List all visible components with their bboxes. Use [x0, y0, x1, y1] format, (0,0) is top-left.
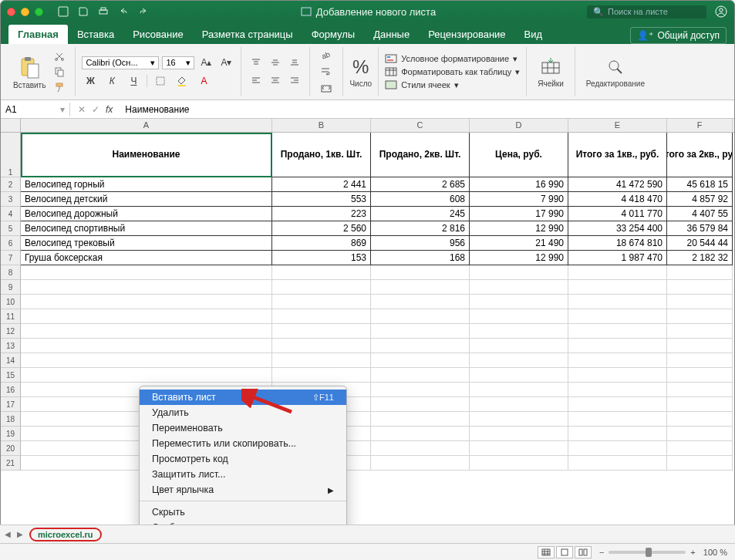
font-color-button[interactable]: A: [195, 74, 212, 88]
row-header[interactable]: 7: [1, 251, 21, 265]
view-page-layout-button[interactable]: [556, 546, 573, 558]
cell[interactable]: [21, 368, 272, 383]
align-bottom-button[interactable]: [286, 56, 303, 69]
user-menu[interactable]: [714, 5, 728, 19]
cell[interactable]: Цена, руб.: [470, 133, 568, 177]
cell[interactable]: [470, 412, 568, 427]
cell[interactable]: [470, 397, 568, 412]
cell[interactable]: [667, 353, 733, 368]
underline-button[interactable]: Ч: [125, 74, 142, 88]
cell[interactable]: [568, 383, 667, 397]
cell[interactable]: 869: [272, 236, 371, 251]
cell[interactable]: 608: [371, 192, 470, 207]
format-painter-button[interactable]: [52, 81, 67, 93]
cell[interactable]: [371, 265, 470, 280]
confirm-icon[interactable]: ✓: [92, 104, 99, 115]
tab-layout[interactable]: Разметка страницы: [193, 25, 302, 44]
tab-draw[interactable]: Рисование: [123, 25, 192, 44]
borders-button[interactable]: [152, 74, 169, 88]
cell[interactable]: 223: [272, 207, 371, 221]
cell[interactable]: 1 987 470: [568, 251, 667, 265]
cell[interactable]: [568, 368, 667, 383]
cell[interactable]: [470, 265, 568, 280]
cell[interactable]: Велосипед горный: [21, 177, 272, 192]
tab-view[interactable]: Вид: [515, 25, 552, 44]
print-icon[interactable]: [97, 5, 110, 18]
row-header[interactable]: 21: [1, 456, 21, 471]
cell[interactable]: 245: [371, 207, 470, 221]
menu-hide[interactable]: Скрыть: [140, 504, 346, 520]
row-header[interactable]: 8: [1, 265, 21, 280]
cell[interactable]: 20 544 44: [667, 236, 733, 251]
cell[interactable]: [667, 441, 733, 456]
fill-color-button[interactable]: [174, 74, 190, 88]
cell[interactable]: Велосипед трековый: [21, 236, 272, 251]
cell[interactable]: [667, 427, 733, 441]
col-header[interactable]: C: [371, 119, 470, 132]
cell[interactable]: 553: [272, 192, 371, 207]
cell[interactable]: [371, 397, 470, 412]
sheet-tab[interactable]: microexcel.ru: [29, 528, 102, 541]
cell[interactable]: [371, 309, 470, 324]
cell[interactable]: [272, 309, 371, 324]
cell[interactable]: Груша боксерская: [21, 251, 272, 265]
col-header[interactable]: D: [470, 119, 568, 132]
cell[interactable]: 4 418 470: [568, 192, 667, 207]
cell[interactable]: [21, 280, 272, 295]
conditional-format-button[interactable]: Условное форматирование ▾: [385, 53, 520, 64]
cell[interactable]: 2 182 32: [667, 251, 733, 265]
italic-button[interactable]: К: [103, 74, 120, 88]
row-header[interactable]: 9: [1, 280, 21, 295]
cell[interactable]: [568, 265, 667, 280]
cell[interactable]: [371, 339, 470, 353]
cell[interactable]: [371, 368, 470, 383]
cell[interactable]: [568, 324, 667, 339]
cell[interactable]: 17 990: [470, 207, 568, 221]
cell[interactable]: [667, 456, 733, 471]
cell[interactable]: 12 990: [470, 251, 568, 265]
cell[interactable]: [667, 368, 733, 383]
cell[interactable]: [568, 456, 667, 471]
zoom-slider[interactable]: − +: [599, 548, 696, 557]
cell[interactable]: [470, 324, 568, 339]
cell[interactable]: 45 618 15: [667, 177, 733, 192]
cell[interactable]: 153: [272, 251, 371, 265]
cell[interactable]: [568, 427, 667, 441]
cell[interactable]: [371, 383, 470, 397]
cell[interactable]: [371, 324, 470, 339]
cell[interactable]: [371, 427, 470, 441]
cell[interactable]: [470, 441, 568, 456]
row-header[interactable]: 3: [1, 192, 21, 207]
cell[interactable]: [667, 265, 733, 280]
save-icon[interactable]: [77, 5, 89, 18]
cell[interactable]: 12 990: [470, 221, 568, 236]
cell[interactable]: 21 490: [470, 236, 568, 251]
tab-formulas[interactable]: Формулы: [302, 25, 365, 44]
menu-insert-sheet[interactable]: Вставить лист ⇧F11: [140, 390, 346, 405]
col-header[interactable]: F: [667, 119, 733, 132]
cell[interactable]: [272, 353, 371, 368]
cell[interactable]: 4 407 55: [667, 207, 733, 221]
row-header[interactable]: 18: [1, 412, 21, 427]
menu-tab-color[interactable]: Цвет ярлычка▶: [140, 482, 346, 498]
cell[interactable]: [272, 280, 371, 295]
cell[interactable]: [470, 383, 568, 397]
view-page-break-button[interactable]: [575, 546, 592, 558]
cell[interactable]: [371, 441, 470, 456]
cell[interactable]: [21, 265, 272, 280]
cell[interactable]: [470, 368, 568, 383]
cell[interactable]: [371, 456, 470, 471]
cell[interactable]: [568, 353, 667, 368]
redo-icon[interactable]: [137, 5, 150, 18]
cell[interactable]: [272, 324, 371, 339]
cell[interactable]: [21, 324, 272, 339]
cell[interactable]: Велосипед детский: [21, 192, 272, 207]
cell[interactable]: [272, 368, 371, 383]
cell[interactable]: 4 011 770: [568, 207, 667, 221]
increase-font-button[interactable]: A▴: [197, 56, 214, 69]
cell[interactable]: [371, 295, 470, 309]
row-header[interactable]: 10: [1, 295, 21, 309]
cell[interactable]: [470, 427, 568, 441]
cell[interactable]: 956: [371, 236, 470, 251]
fx-icon[interactable]: fx: [106, 104, 113, 115]
